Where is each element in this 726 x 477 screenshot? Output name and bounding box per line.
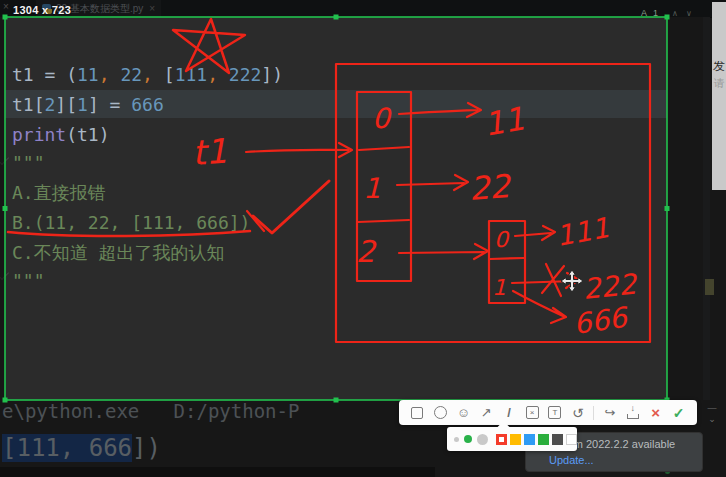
text-tool-button[interactable]: T (545, 402, 566, 423)
stroke-size-dot[interactable] (454, 437, 459, 442)
side-popup-panel: 发 请 (712, 2, 726, 190)
cancel-button[interactable]: × (645, 402, 666, 423)
confirm-icon: ✓ (673, 405, 685, 421)
share-icon: ↪ (604, 405, 615, 420)
hand-label-nested0: 0 (494, 227, 510, 252)
arrow-tool-button[interactable]: ↗ (476, 402, 497, 423)
stroke-size-dot[interactable] (464, 435, 472, 443)
stroke-size-options (454, 434, 488, 445)
mosaic-icon: × (526, 406, 539, 419)
arrow-to-111 (515, 226, 555, 240)
hand-label-cell0: 0 (372, 102, 392, 135)
color-swatch[interactable] (552, 434, 563, 445)
hand-label-222: 222 (581, 267, 640, 306)
color-swatches (496, 434, 577, 445)
toolbar-separator (593, 406, 594, 420)
ellipse-tool-button[interactable] (430, 402, 451, 423)
mosaic-tool-button[interactable]: × (522, 402, 543, 423)
stroke-size-dot[interactable] (477, 434, 488, 445)
emoji-icon: ☺ (457, 405, 470, 420)
tuple-divider (358, 220, 409, 222)
answer-b-tick-tail (247, 211, 264, 231)
hand-label-nested1: 1 (492, 275, 506, 300)
share-button[interactable]: ↪ (599, 402, 620, 423)
rectangle-tool-button[interactable] (407, 402, 428, 423)
undo-button[interactable]: ↺ (567, 402, 588, 423)
color-swatch[interactable] (524, 434, 535, 445)
rectangle-icon (411, 407, 423, 419)
save-icon: ↓ (627, 407, 639, 419)
arrow-2-to-list (399, 244, 488, 259)
text-icon: T (548, 406, 561, 419)
hand-label-t1: t1 (191, 131, 229, 173)
pen-tool-button[interactable]: / (499, 402, 520, 423)
arrow-icon: ↗ (481, 405, 492, 420)
pen-icon: / (507, 405, 511, 420)
capture-dimensions-label: 1304 x 723 (13, 4, 71, 16)
hand-label-cell1: 1 (363, 172, 381, 205)
list-divider (490, 258, 524, 259)
cancel-icon: × (651, 404, 660, 421)
hand-label-22: 22 (468, 167, 514, 208)
move-cursor-icon (560, 269, 584, 293)
pen-options-popup (447, 427, 577, 451)
corner-chevrons: ∧ ∨ (672, 9, 695, 18)
save-button[interactable]: ↓ (622, 402, 643, 423)
capture-marker-label: A 1 (641, 8, 660, 18)
scrollbar-marks: — ⌄ (702, 403, 722, 425)
arrow-to-666 (513, 291, 566, 323)
hand-label-11: 11 (481, 99, 528, 143)
color-swatch[interactable] (496, 434, 507, 445)
color-swatch[interactable] (538, 434, 549, 445)
undo-icon: ↺ (572, 405, 584, 421)
annotation-toolbar: ☺ ↗ / × T ↺ ↪ ↓ × ✓ (399, 400, 697, 425)
emoji-tool-button[interactable]: ☺ (453, 402, 474, 423)
hand-label-111: 111 (553, 211, 611, 253)
hand-label-cell2: 2 (356, 234, 377, 269)
confirm-button[interactable]: ✓ (668, 402, 689, 423)
color-swatch[interactable] (566, 434, 577, 445)
ellipse-icon (434, 406, 447, 419)
hand-drawn-star (173, 19, 245, 73)
screenshot-capture-stage: × 02.基本数据类型.py × t1 = (11, 22, [111, 222… (0, 0, 726, 477)
side-panel-text-faint: 请 (712, 76, 726, 91)
arrow-1-to-22 (397, 175, 468, 190)
update-link[interactable]: Update... (549, 454, 594, 466)
hand-label-666: 666 (571, 301, 631, 341)
answer-b-underline (8, 231, 250, 236)
tuple-divider (359, 147, 409, 150)
answer-b-checkmark (253, 181, 329, 233)
color-swatch[interactable] (510, 434, 521, 445)
side-panel-text: 发 (712, 58, 726, 75)
